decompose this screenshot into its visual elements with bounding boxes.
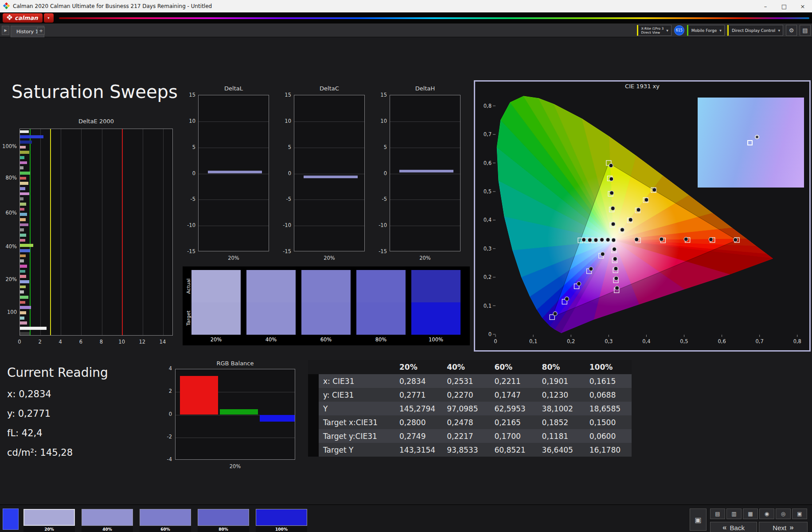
table-cell: 0,2478 bbox=[441, 415, 489, 429]
row-label: x: CIE31 bbox=[319, 374, 394, 388]
grid-line bbox=[163, 129, 164, 335]
grid-button[interactable]: ▦ bbox=[743, 509, 758, 519]
minimize-button[interactable]: – bbox=[756, 0, 775, 12]
grid-line bbox=[294, 148, 364, 148]
rgb-balance-plot bbox=[175, 369, 295, 460]
add-tab-button[interactable]: + bbox=[37, 27, 45, 35]
deltae-bar bbox=[20, 223, 28, 227]
y-tick-label: 10 bbox=[180, 118, 195, 124]
saturation-thumbnail-100%[interactable] bbox=[256, 509, 307, 526]
chevron-down-icon: ▼ bbox=[778, 29, 780, 32]
deltae-bar bbox=[20, 239, 25, 242]
layout-button[interactable]: ▥ bbox=[726, 509, 742, 519]
deltae-bar bbox=[20, 286, 26, 289]
display-control-select[interactable]: Direct Display Control ▼ bbox=[727, 25, 783, 36]
saturation-swatch-panel: ActualTarget20%40%60%80%100% bbox=[183, 266, 470, 345]
deltae-bar bbox=[20, 327, 47, 330]
saturation-swatch bbox=[191, 270, 241, 335]
source-select[interactable]: Mobile Forge ▼ bbox=[687, 25, 725, 36]
target-button[interactable]: ◎ bbox=[776, 509, 791, 519]
series-bar bbox=[304, 176, 358, 178]
yellow-measured-marker bbox=[629, 218, 632, 222]
back-button[interactable]: « Back bbox=[710, 522, 757, 532]
row-spacer bbox=[308, 402, 319, 415]
page-title: Saturation Sweeps bbox=[12, 82, 178, 102]
red-measured-marker bbox=[709, 238, 713, 242]
deltah-chart: 151050-5-10-1520% bbox=[374, 95, 462, 263]
calman-logo[interactable]: calman bbox=[3, 13, 43, 23]
row-spacer bbox=[308, 415, 319, 429]
deltae-bar bbox=[20, 290, 24, 293]
deltae-bar bbox=[20, 161, 27, 164]
x-tick-label: 0,1 bbox=[529, 338, 537, 344]
swatch-level-label: 80% bbox=[356, 336, 406, 343]
next-button[interactable]: Next » bbox=[759, 522, 808, 532]
screen-button[interactable]: ▣ bbox=[792, 509, 807, 519]
close-button[interactable]: × bbox=[793, 0, 812, 12]
actual-swatch-half bbox=[411, 270, 461, 302]
y-tick-label: 0 bbox=[488, 331, 492, 337]
record-button[interactable]: ◉ bbox=[759, 509, 774, 519]
main-menu-button[interactable]: ▼ bbox=[44, 13, 54, 23]
grid-line bbox=[176, 438, 295, 438]
record-icon: ◉ bbox=[765, 511, 769, 517]
table-cell: 36,6405 bbox=[537, 443, 584, 457]
yellow-measured-marker bbox=[636, 208, 640, 212]
saturation-swatch bbox=[411, 270, 461, 335]
saturation-thumbnail-20%[interactable] bbox=[23, 509, 75, 526]
yellow-measured-marker bbox=[644, 198, 648, 202]
y-tick-label: -2 bbox=[157, 434, 172, 440]
table-header-cell: 40% bbox=[441, 360, 489, 374]
display-window-button[interactable]: ▣ bbox=[690, 509, 707, 531]
y-tick-label: 0,3 bbox=[484, 246, 492, 252]
grid-line bbox=[199, 174, 269, 174]
app-icon bbox=[2, 2, 10, 10]
luminance-badge[interactable]: 615 bbox=[674, 25, 684, 35]
table-cell: 0,1500 bbox=[584, 415, 632, 429]
target-swatch-half bbox=[246, 302, 296, 335]
thumbnail-label: 20% bbox=[23, 526, 75, 532]
swatch-level-label: 20% bbox=[191, 336, 241, 343]
table-cell: 0,2217 bbox=[441, 429, 489, 443]
layout-panel-button[interactable]: ▤ bbox=[800, 25, 811, 36]
table-cell: 38,1002 bbox=[537, 402, 584, 415]
deltah-chart-title: DeltaH bbox=[390, 85, 461, 92]
table-cell: 0,1700 bbox=[489, 429, 536, 443]
grid-line bbox=[199, 121, 269, 122]
actual-swatch-half bbox=[301, 270, 351, 302]
row-spacer bbox=[308, 388, 319, 402]
cie-1931-panel: CIE 1931 xy 00,10,20,30,40,50,60,70,800,… bbox=[474, 80, 811, 352]
blue-measured-marker bbox=[577, 282, 581, 286]
y-tick-label: 15 bbox=[180, 92, 195, 98]
swatch-level-label: 100% bbox=[411, 336, 461, 343]
meter-select[interactable]: X-Rite i1Pro 3Direct View ▼ bbox=[637, 25, 671, 36]
reference-line bbox=[30, 129, 31, 335]
tab-scroll-button[interactable]: ▶ bbox=[2, 26, 9, 35]
measurement-table: 20%40%60%80%100%x: CIE310,28340,25310,22… bbox=[308, 360, 632, 457]
green-measured-marker bbox=[611, 206, 615, 210]
settings-button[interactable]: ⚙ bbox=[786, 25, 797, 36]
x-category-label: 20% bbox=[416, 255, 434, 261]
window-controls: – □ × bbox=[756, 0, 812, 12]
bar-chart-button[interactable]: ▤ bbox=[710, 509, 725, 519]
saturation-thumbnail-40%[interactable] bbox=[82, 509, 133, 526]
swatch-level-label: 60% bbox=[301, 336, 351, 343]
table-cell: 143,3154 bbox=[394, 443, 441, 457]
maximize-button[interactable]: □ bbox=[775, 0, 793, 12]
thumbnail-label: 80% bbox=[198, 526, 249, 532]
grid-line bbox=[390, 121, 460, 122]
y-tick-label: -15 bbox=[180, 248, 195, 254]
rgb-balance-title: RGB Balance bbox=[175, 360, 295, 367]
table-cell: 18,6585 bbox=[584, 402, 632, 415]
back-label: Back bbox=[730, 524, 745, 532]
saturation-thumbnail-60%[interactable] bbox=[140, 509, 191, 526]
green-measured-marker bbox=[611, 222, 615, 226]
y-tick-label: 0,5 bbox=[484, 188, 492, 195]
deltae-bar bbox=[20, 166, 23, 169]
row-label: Y bbox=[319, 402, 394, 415]
rainbow-strip bbox=[59, 17, 809, 19]
table-cell: 0,1852 bbox=[537, 415, 584, 429]
saturation-thumbnail-80%[interactable] bbox=[198, 509, 249, 526]
deltae-bar bbox=[20, 192, 29, 196]
deltae-bar bbox=[20, 244, 33, 247]
